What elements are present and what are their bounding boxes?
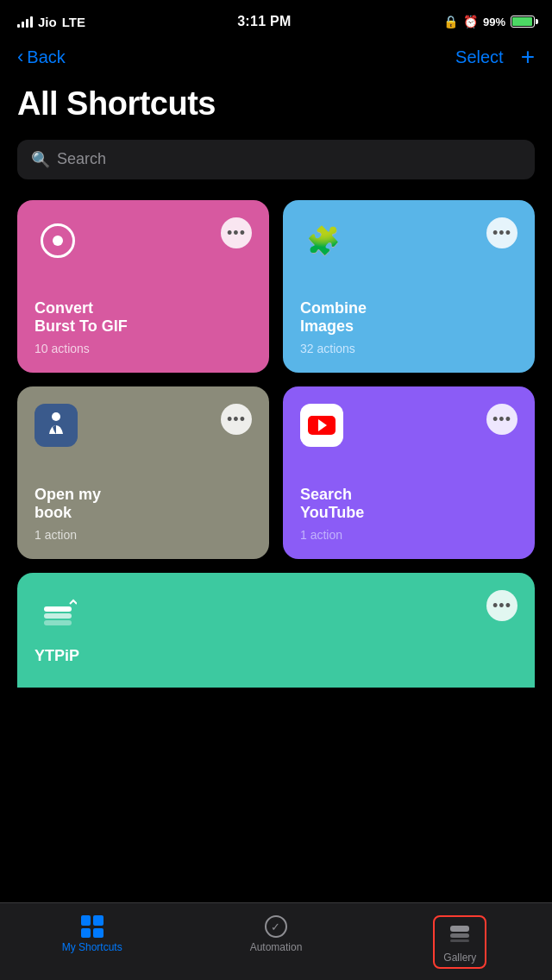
automation-icon: ✓ xyxy=(265,915,287,938)
card-title-convert-burst: ConvertBurst To GIF xyxy=(34,299,252,336)
card-more-button-search-youtube[interactable]: ••• xyxy=(486,404,518,435)
alarm-icon: ⏰ xyxy=(463,15,478,28)
card-icon-youtube xyxy=(300,404,343,447)
card-icon-record xyxy=(34,217,81,264)
search-placeholder: Search xyxy=(57,150,106,168)
more-dots-icon: ••• xyxy=(492,225,511,241)
card-more-button-ytpip[interactable]: ••• xyxy=(486,590,518,621)
svg-point-0 xyxy=(52,412,60,421)
more-dots-icon: ••• xyxy=(227,411,246,427)
more-dots-icon: ••• xyxy=(492,411,511,427)
back-label: Back xyxy=(27,47,65,67)
shortcut-card-combine-images[interactable]: 🧩 ••• CombineImages 32 actions xyxy=(283,200,535,373)
tab-bar: My Shortcuts ✓ Automation Gallery xyxy=(0,902,552,980)
add-shortcut-button[interactable]: + xyxy=(521,45,535,69)
card-info-open-my-book: Open mybook 1 action xyxy=(34,486,252,542)
nav-actions: Select + xyxy=(455,45,535,69)
shortcuts-grid: ••• ConvertBurst To GIF 10 actions 🧩 •••… xyxy=(0,200,552,559)
page-title: All Shortcuts xyxy=(0,83,552,140)
card-title-open-my-book: Open mybook xyxy=(34,486,252,523)
lock-icon: 🔒 xyxy=(443,15,458,28)
tab-automation-label: Automation xyxy=(250,941,303,953)
carrier-name: Jio xyxy=(38,15,57,29)
svg-rect-1 xyxy=(44,606,72,612)
card-info-search-youtube: SearchYouTube 1 action xyxy=(300,486,518,542)
signal-bars xyxy=(17,16,33,28)
card-actions-convert-burst: 10 actions xyxy=(34,342,252,355)
back-chevron-icon: ‹ xyxy=(17,47,23,66)
battery-percent: 99% xyxy=(483,16,505,28)
card-top: ••• xyxy=(34,590,518,637)
svg-rect-6 xyxy=(450,939,469,942)
card-top: ••• xyxy=(300,404,518,447)
card-info-ytpip: YTPiP xyxy=(34,647,518,671)
card-actions-combine-images: 32 actions xyxy=(300,342,518,355)
tab-my-shortcuts[interactable]: My Shortcuts xyxy=(0,912,184,957)
tab-gallery[interactable]: Gallery xyxy=(368,912,552,972)
status-right: 🔒 ⏰ 99% xyxy=(443,15,535,28)
gallery-icon xyxy=(448,920,472,948)
search-bar[interactable]: 🔍 Search xyxy=(17,140,535,179)
status-time: 3:11 PM xyxy=(237,14,292,29)
nav-bar: ‹ Back Select + xyxy=(0,38,552,83)
tab-my-shortcuts-label: My Shortcuts xyxy=(62,941,122,953)
status-bar: Jio LTE 3:11 PM 🔒 ⏰ 99% xyxy=(0,0,552,38)
card-top: ••• xyxy=(34,217,252,264)
card-top: ••• xyxy=(34,404,252,447)
card-more-button-convert-burst[interactable]: ••• xyxy=(221,217,252,248)
battery-indicator xyxy=(511,16,535,28)
svg-rect-2 xyxy=(44,613,72,619)
card-icon-book xyxy=(34,404,78,447)
svg-rect-3 xyxy=(44,620,72,625)
card-title-combine-images: CombineImages xyxy=(300,299,518,336)
card-info-combine-images: CombineImages 32 actions xyxy=(300,299,518,355)
card-title-search-youtube: SearchYouTube xyxy=(300,486,518,523)
tab-automation[interactable]: ✓ Automation xyxy=(184,912,367,957)
svg-rect-4 xyxy=(450,926,469,932)
card-actions-search-youtube: 1 action xyxy=(300,528,518,542)
tab-gallery-label: Gallery xyxy=(443,952,476,964)
card-more-button-combine-images[interactable]: ••• xyxy=(486,217,518,248)
more-dots-icon: ••• xyxy=(227,225,246,241)
card-top: 🧩 ••• xyxy=(300,217,518,264)
card-icon-layers-ytpip xyxy=(34,590,81,637)
card-info-convert-burst: ConvertBurst To GIF 10 actions xyxy=(34,299,252,355)
card-icon-puzzle: 🧩 xyxy=(300,217,347,264)
my-shortcuts-icon xyxy=(81,915,104,938)
card-actions-open-my-book: 1 action xyxy=(34,528,252,542)
shortcut-card-convert-burst[interactable]: ••• ConvertBurst To GIF 10 actions xyxy=(17,200,269,373)
shortcuts-bottom-row: ••• YTPiP xyxy=(0,559,552,688)
back-button[interactable]: ‹ Back xyxy=(17,47,66,67)
status-carrier: Jio LTE xyxy=(17,15,85,29)
svg-rect-5 xyxy=(450,933,469,938)
network-type: LTE xyxy=(62,15,85,29)
select-button[interactable]: Select xyxy=(455,47,504,67)
shortcut-card-ytpip[interactable]: ••• YTPiP xyxy=(17,573,535,688)
shortcut-card-search-youtube[interactable]: ••• SearchYouTube 1 action xyxy=(283,386,535,559)
more-dots-icon: ••• xyxy=(492,598,511,613)
search-icon: 🔍 xyxy=(31,150,50,169)
shortcut-card-open-my-book[interactable]: ••• Open mybook 1 action xyxy=(17,386,269,559)
card-more-button-open-my-book[interactable]: ••• xyxy=(221,404,252,435)
card-title-ytpip: YTPiP xyxy=(34,647,518,666)
